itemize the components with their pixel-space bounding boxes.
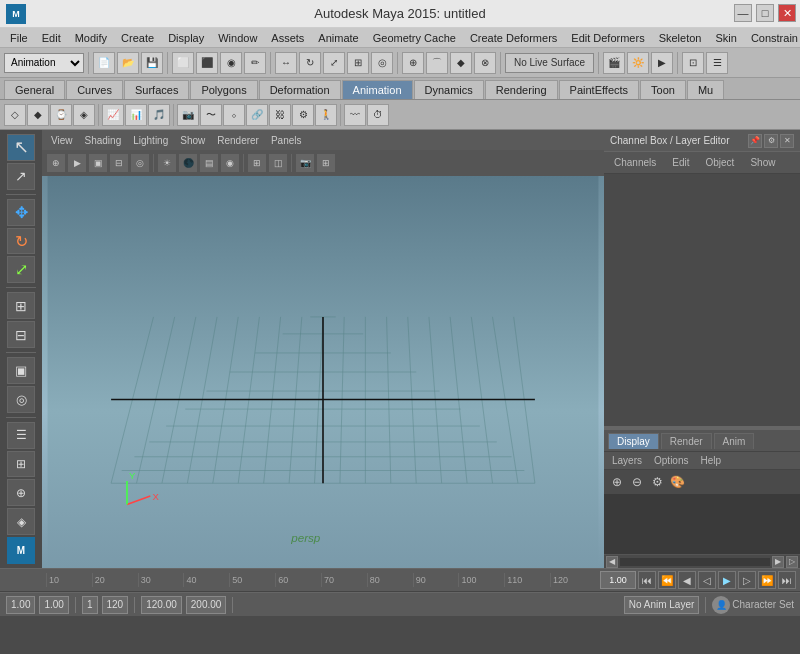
select-tool-button[interactable]: ↖ xyxy=(7,134,35,161)
viewport-menu-renderer[interactable]: Renderer xyxy=(212,134,264,147)
shelf-tab-animation[interactable]: Animation xyxy=(342,80,413,99)
rotate-tool-button[interactable]: ↻ xyxy=(7,228,35,255)
layers-menu[interactable]: Layers xyxy=(608,454,646,467)
trax-editor-button[interactable]: 🎵 xyxy=(148,104,170,126)
auto-key-button[interactable]: ⌚ xyxy=(50,104,72,126)
anim-tab[interactable]: Anim xyxy=(714,433,755,449)
viewport-menu-lighting[interactable]: Lighting xyxy=(128,134,173,147)
viewport[interactable]: X Y persp xyxy=(42,176,604,568)
rotate-button[interactable]: ↻ xyxy=(299,52,321,74)
layer-color-button[interactable]: 🎨 xyxy=(668,473,686,491)
render-settings-button[interactable]: 🎬 xyxy=(603,52,625,74)
maximize-button[interactable]: □ xyxy=(756,4,774,22)
vp-poly-btn[interactable]: ▣ xyxy=(88,153,108,173)
vp-camera-btn[interactable]: ⊕ xyxy=(46,153,66,173)
key-button[interactable]: ◇ xyxy=(4,104,26,126)
scale-button[interactable]: ⤢ xyxy=(323,52,345,74)
soft-select-button[interactable]: ◎ xyxy=(371,52,393,74)
vp-shadow-btn[interactable]: 🌑 xyxy=(178,153,198,173)
vp-hud-btn[interactable]: ◫ xyxy=(268,153,288,173)
shelf-tab-dynamics[interactable]: Dynamics xyxy=(414,80,484,99)
edit-tab[interactable]: Edit xyxy=(666,155,695,170)
viewport-menu-view[interactable]: View xyxy=(46,134,78,147)
layer-btn3[interactable]: ⊕ xyxy=(7,479,35,506)
snap-point-button[interactable]: ◆ xyxy=(450,52,472,74)
menu-item-modify[interactable]: Modify xyxy=(69,30,113,46)
constraint-button[interactable]: ⛓ xyxy=(269,104,291,126)
step-back-button[interactable]: ◀ xyxy=(678,571,696,589)
shelf-tab-mu[interactable]: Mu xyxy=(687,80,724,99)
shelf-tab-toon[interactable]: Toon xyxy=(640,80,686,99)
shelf-tab-polygons[interactable]: Polygons xyxy=(190,80,257,99)
panel-close-button[interactable]: ✕ xyxy=(780,134,794,148)
save-file-button[interactable]: 💾 xyxy=(141,52,163,74)
play-forward-button[interactable]: ▶ xyxy=(718,571,736,589)
menu-item-file[interactable]: File xyxy=(4,30,34,46)
open-file-button[interactable]: 📂 xyxy=(117,52,139,74)
menu-item-animate[interactable]: Animate xyxy=(312,30,364,46)
breakdown-button[interactable]: ◈ xyxy=(73,104,95,126)
snap-curve-button[interactable]: ⌒ xyxy=(426,52,448,74)
shelf-tab-general[interactable]: General xyxy=(4,80,65,99)
scroll-left-button[interactable]: ◀ xyxy=(606,556,618,568)
current-time-field[interactable] xyxy=(600,571,636,589)
layer-btn2[interactable]: ⊞ xyxy=(7,451,35,478)
move-button[interactable]: ↔ xyxy=(275,52,297,74)
vp-light-btn[interactable]: ☀ xyxy=(157,153,177,173)
layer-options-button[interactable]: ⚙ xyxy=(648,473,666,491)
display-tab[interactable]: Display xyxy=(608,433,659,449)
menu-item-display[interactable]: Display xyxy=(162,30,210,46)
viewport-menu-shading[interactable]: Shading xyxy=(80,134,127,147)
vp-ao-btn[interactable]: ◉ xyxy=(220,153,240,173)
new-file-button[interactable]: 📄 xyxy=(93,52,115,74)
anim-curve-button[interactable]: 〰 xyxy=(344,104,366,126)
vp-wire-btn[interactable]: ⊟ xyxy=(109,153,129,173)
render-button[interactable]: ▶ xyxy=(651,52,673,74)
menu-item-edit[interactable]: Edit xyxy=(36,30,67,46)
soft-mod-button[interactable]: ◎ xyxy=(7,386,35,413)
prev-frame-button[interactable]: ⏪ xyxy=(658,571,676,589)
outliner-button[interactable]: ☰ xyxy=(706,52,728,74)
ipr-render-button[interactable]: 🔆 xyxy=(627,52,649,74)
no-anim-layer-field[interactable]: No Anim Layer xyxy=(624,596,700,614)
menu-item-assets[interactable]: Assets xyxy=(265,30,310,46)
channels-tab[interactable]: Channels xyxy=(608,155,662,170)
menu-item-window[interactable]: Window xyxy=(212,30,263,46)
viewport-menu-show[interactable]: Show xyxy=(175,134,210,147)
select-by-name-button[interactable]: ⬜ xyxy=(172,52,194,74)
minimize-button[interactable]: — xyxy=(734,4,752,22)
max-time-field[interactable]: 1.00 xyxy=(39,596,68,614)
go-end-button[interactable]: ⏭ xyxy=(778,571,796,589)
step-forward-button[interactable]: ⏩ xyxy=(758,571,776,589)
playback-start-field[interactable]: 120.00 xyxy=(141,596,182,614)
move-tool-button[interactable]: ✥ xyxy=(7,199,35,226)
delete-layer-button[interactable]: ⊖ xyxy=(628,473,646,491)
dope-sheet-button[interactable]: 📊 xyxy=(125,104,147,126)
snap-view-button[interactable]: ⊗ xyxy=(474,52,496,74)
layer-scrollbar[interactable]: ◀ ▶ ▷ xyxy=(604,554,800,568)
min-time-field[interactable]: 1.00 xyxy=(6,596,35,614)
shelf-tab-deformation[interactable]: Deformation xyxy=(259,80,341,99)
panel-gear-button[interactable]: ⚙ xyxy=(764,134,778,148)
help-menu[interactable]: Help xyxy=(696,454,725,467)
close-button[interactable]: ✕ xyxy=(778,4,796,22)
shelf-tab-painteffects[interactable]: PaintEffects xyxy=(559,80,640,99)
panel-pin-button[interactable]: 📌 xyxy=(748,134,762,148)
universal-tool-button[interactable]: ⊞ xyxy=(7,292,35,319)
menu-item-geometry cache[interactable]: Geometry Cache xyxy=(367,30,462,46)
viewport-menu-panels[interactable]: Panels xyxy=(266,134,307,147)
menu-item-edit deformers[interactable]: Edit Deformers xyxy=(565,30,650,46)
region-select-button[interactable]: ▣ xyxy=(7,357,35,384)
go-start-button[interactable]: ⏮ xyxy=(638,571,656,589)
vp-camera-tool-btn[interactable]: 📷 xyxy=(295,153,315,173)
vp-grid-btn[interactable]: ⊞ xyxy=(247,153,267,173)
scroll-track[interactable] xyxy=(620,558,770,566)
motion-path-button[interactable]: 〜 xyxy=(200,104,222,126)
show-manip-button[interactable]: ⊟ xyxy=(7,321,35,348)
playback-end-field[interactable]: 200.00 xyxy=(186,596,227,614)
universal-manip-button[interactable]: ⊞ xyxy=(347,52,369,74)
mode-selector[interactable]: Animation xyxy=(4,53,84,73)
character-button[interactable]: 🚶 xyxy=(315,104,337,126)
shelf-tab-rendering[interactable]: Rendering xyxy=(485,80,558,99)
paint-select-tool-button[interactable]: ↗ xyxy=(7,163,35,190)
